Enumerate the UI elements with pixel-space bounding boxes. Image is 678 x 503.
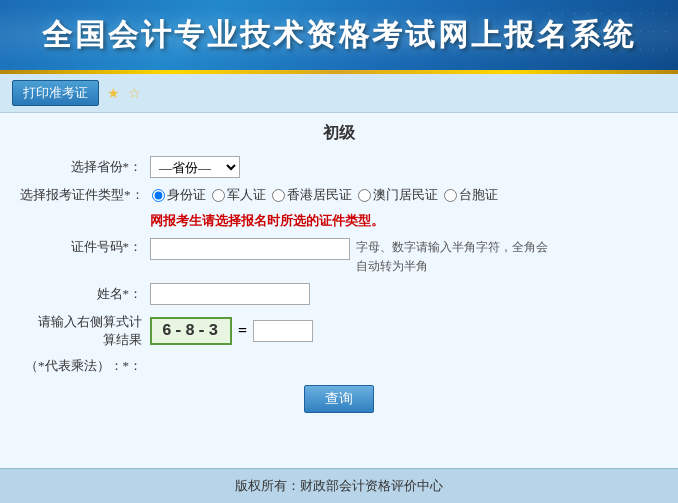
star-empty-icon: ☆: [128, 85, 141, 102]
captcha-label-line2: 算结果: [103, 332, 142, 347]
cert-no-auto-hint: 自动转为半角: [356, 259, 428, 273]
cert-no-input[interactable]: [150, 238, 350, 260]
radio-sfz-label: 身份证: [167, 186, 206, 204]
cert-type-tw[interactable]: 台胞证: [444, 186, 498, 204]
main-content: 初级 选择省份*： —省份— 选择报考证件类型*： 身份证 军人证 香港居民证: [0, 113, 678, 473]
captcha-label-line1: 请输入右侧算式计: [38, 314, 142, 329]
cert-type-label: 选择报考证件类型*：: [20, 186, 152, 204]
cert-type-hk[interactable]: 香港居民证: [272, 186, 352, 204]
cert-type-am[interactable]: 澳门居民证: [358, 186, 438, 204]
radio-hk-label: 香港居民证: [287, 186, 352, 204]
radio-sfz[interactable]: [152, 189, 165, 202]
query-btn-row: 查询: [20, 385, 658, 413]
captcha-input[interactable]: [253, 320, 313, 342]
radio-am-label: 澳门居民证: [373, 186, 438, 204]
section-title: 初级: [20, 123, 658, 144]
radio-tw[interactable]: [444, 189, 457, 202]
star-filled-icon: ★: [107, 85, 120, 102]
cert-no-row: 证件号码*： 字母、数字请输入半角字符，全角会 自动转为半角: [20, 238, 658, 276]
error-row: 网报考生请选择报名时所选的证件类型。: [20, 212, 658, 230]
query-button[interactable]: 查询: [304, 385, 374, 413]
equals-sign: =: [238, 322, 247, 340]
radio-tw-label: 台胞证: [459, 186, 498, 204]
captcha-row: 请输入右侧算式计 算结果 6-8-3 =: [20, 313, 658, 349]
radio-jrz-label: 军人证: [227, 186, 266, 204]
site-title: 全国会计专业技术资格考试网上报名系统: [42, 15, 636, 56]
calc-note-label: （*代表乘法）：*：: [20, 357, 150, 375]
cert-no-hint: 字母、数字请输入半角字符，全角会 自动转为半角: [356, 238, 548, 276]
print-button[interactable]: 打印准考证: [12, 80, 99, 106]
radio-am[interactable]: [358, 189, 371, 202]
cert-type-jrz[interactable]: 军人证: [212, 186, 266, 204]
captcha-container: 6-8-3 =: [150, 317, 313, 345]
captcha-image: 6-8-3: [150, 317, 232, 345]
error-message: 网报考生请选择报名时所选的证件类型。: [150, 212, 384, 230]
name-row: 姓名*：: [20, 283, 658, 305]
captcha-label: 请输入右侧算式计 算结果: [20, 313, 150, 349]
radio-hk[interactable]: [272, 189, 285, 202]
name-input[interactable]: [150, 283, 310, 305]
cert-type-row: 选择报考证件类型*： 身份证 军人证 香港居民证 澳门居民证 台胞证: [20, 186, 658, 204]
cert-type-sfz[interactable]: 身份证: [152, 186, 206, 204]
footer: 版权所有：财政部会计资格评价中心: [0, 468, 678, 503]
cert-type-options: 身份证 军人证 香港居民证 澳门居民证 台胞证: [152, 186, 498, 204]
footer-text: 版权所有：财政部会计资格评价中心: [235, 478, 443, 493]
cert-no-label: 证件号码*：: [20, 238, 150, 256]
name-label: 姓名*：: [20, 285, 150, 303]
calc-note-row: （*代表乘法）：*：: [20, 357, 658, 375]
header: 全国会计专业技术资格考试网上报名系统: [0, 0, 678, 70]
toolbar: 打印准考证 ★ ☆: [0, 74, 678, 113]
province-row: 选择省份*： —省份—: [20, 156, 658, 178]
province-select[interactable]: —省份—: [150, 156, 240, 178]
province-label: 选择省份*：: [20, 158, 150, 176]
cert-no-hint-text: 字母、数字请输入半角字符，全角会: [356, 240, 548, 254]
radio-jrz[interactable]: [212, 189, 225, 202]
cert-no-wrapper: [150, 238, 350, 260]
